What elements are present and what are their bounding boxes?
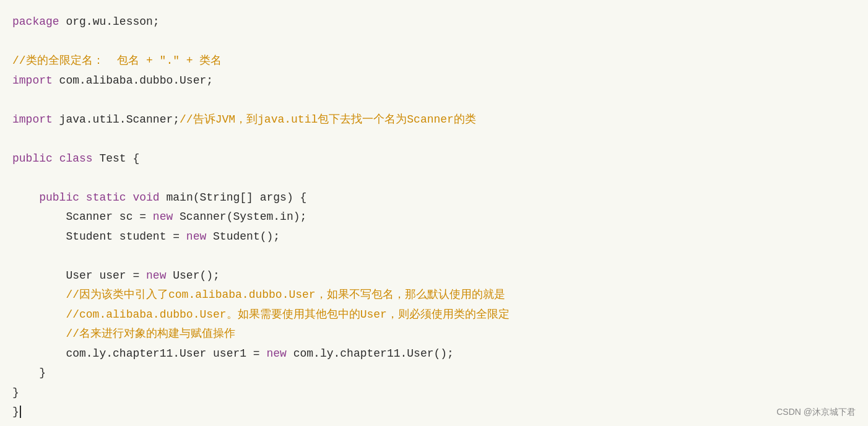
- code-line-20: }: [12, 383, 856, 403]
- code-line-3: //类的全限定名： 包名 + "." + 类名: [12, 51, 856, 71]
- code-line-8: public class Test {: [12, 149, 856, 169]
- code-line-4: import com.alibaba.dubbo.User;: [12, 71, 856, 91]
- code-line-14: User user = new User();: [12, 266, 856, 286]
- code-line-7: [12, 129, 856, 149]
- code-line-12: Student student = new Student();: [12, 227, 856, 247]
- code-line-21: }: [12, 402, 856, 422]
- code-line-19: }: [12, 363, 856, 383]
- code-line-6: import java.util.Scanner;//告诉JVM，到java.u…: [12, 110, 856, 130]
- code-line-1: package org.wu.lesson;: [12, 12, 856, 32]
- code-line-17: //名来进行对象的构建与赋值操作: [12, 324, 856, 344]
- watermark: CSDN @沐京城下君: [776, 405, 856, 419]
- code-line-13: [12, 246, 856, 266]
- code-line-18: com.ly.chapter11.User user1 = new com.ly…: [12, 344, 856, 364]
- code-line-2: [12, 32, 856, 52]
- code-line-16: //com.alibaba.dubbo.User。如果需要使用其他包中的User…: [12, 305, 856, 325]
- code-line-10: public static void main(String[] args) {: [12, 188, 856, 208]
- code-line-9: [12, 168, 856, 188]
- code-line-11: Scanner sc = new Scanner(System.in);: [12, 207, 856, 227]
- code-editor: package org.wu.lesson; //类的全限定名： 包名 + ".…: [0, 0, 868, 426]
- code-line-15: //因为该类中引入了com.alibaba.dubbo.User，如果不写包名，…: [12, 285, 856, 305]
- code-line-5: [12, 90, 856, 110]
